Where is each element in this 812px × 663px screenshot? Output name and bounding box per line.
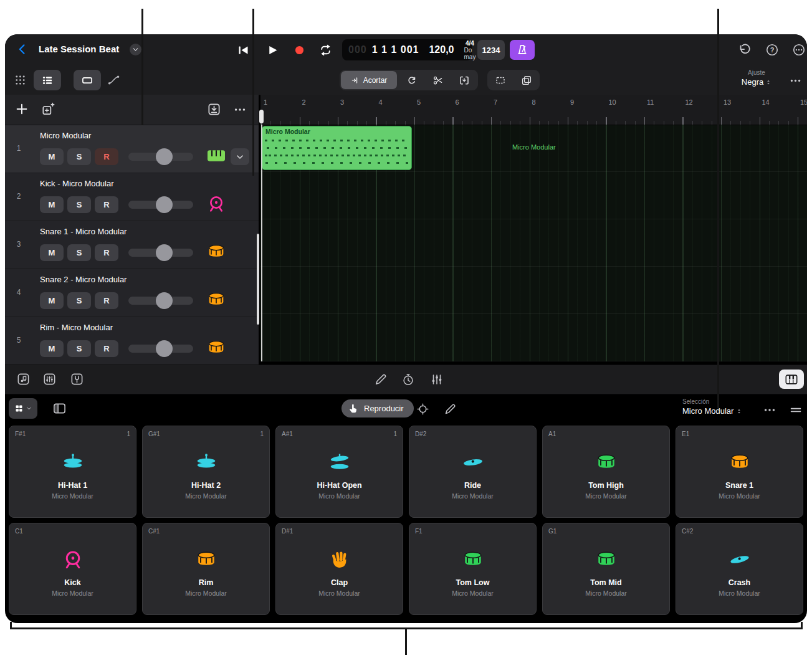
mixer-button[interactable] xyxy=(42,372,57,386)
play-button[interactable] xyxy=(266,44,279,57)
record-button[interactable] xyxy=(293,44,306,57)
count-in-button[interactable]: 1234 xyxy=(477,40,505,60)
back-icon[interactable] xyxy=(16,43,29,55)
volume-knob[interactable] xyxy=(156,148,173,165)
lcd-display[interactable]: 000 1 1 1 001 120,0 4/4 Do may xyxy=(342,39,472,60)
record-enable-button[interactable]: R xyxy=(95,340,118,357)
edit-button[interactable] xyxy=(374,373,388,386)
drum-pad[interactable]: G1 Tom Mid Micro Modular xyxy=(542,523,670,615)
record-enable-button[interactable]: R xyxy=(95,148,118,165)
go-to-beginning-button[interactable] xyxy=(237,44,250,57)
selection-menu[interactable]: Selección Micro Modular xyxy=(682,398,742,416)
more-options-button[interactable] xyxy=(792,43,806,57)
track-panel-more-button[interactable] xyxy=(233,103,247,117)
drum-pad[interactable]: F#1 1 Hi-Hat 1 Micro Modular xyxy=(9,426,136,518)
mute-button[interactable]: M xyxy=(40,244,64,261)
undo-button[interactable] xyxy=(738,43,752,57)
drum-pad[interactable]: A#1 1 Hi-Hat Open Micro Modular xyxy=(275,426,403,518)
track-row[interactable]: 2 Kick - Micro Modular M S R xyxy=(5,173,259,221)
project-title[interactable]: Late Session Beat xyxy=(39,44,119,54)
automation-view-button[interactable] xyxy=(107,74,120,87)
mute-button[interactable]: M xyxy=(40,292,64,309)
mute-button[interactable]: M xyxy=(40,340,64,357)
play-mode-button[interactable]: Reproducir xyxy=(342,399,414,417)
drum-pad[interactable]: E1 Snare 1 Micro Modular xyxy=(676,426,803,518)
timeline-grid[interactable]: Micro Modular Micro Modular xyxy=(260,125,807,361)
volume-slider[interactable] xyxy=(128,201,193,209)
project-menu-button[interactable] xyxy=(130,44,141,55)
solo-button[interactable]: S xyxy=(67,340,91,357)
duplicate-track-button[interactable] xyxy=(41,102,55,117)
ruler-bar-number: 5 xyxy=(417,98,421,106)
solo-button[interactable]: S xyxy=(67,244,91,261)
track-row[interactable]: 4 Snare 2 - Micro Modular M S R xyxy=(5,269,259,317)
volume-slider[interactable] xyxy=(128,345,193,353)
pad-note-label: A1 xyxy=(548,431,556,437)
panel-resize-handle[interactable] xyxy=(257,234,259,325)
record-enable-button[interactable]: R xyxy=(95,196,118,213)
drum-pad[interactable]: D#1 Clap Micro Modular xyxy=(275,523,403,615)
drum-pad[interactable]: D#2 Ride Micro Modular xyxy=(409,426,537,518)
drum-pad[interactable]: C1 Kick Micro Modular xyxy=(9,523,136,615)
regions-view-button[interactable] xyxy=(74,70,101,90)
mute-button[interactable]: M xyxy=(40,148,64,165)
channel-strip-button[interactable] xyxy=(430,373,444,386)
cycle-button[interactable] xyxy=(318,43,333,57)
toolbar-more-button[interactable] xyxy=(789,74,802,87)
volume-knob[interactable] xyxy=(156,340,173,357)
track-name: Kick - Micro Modular xyxy=(40,179,113,188)
time-button[interactable] xyxy=(401,373,415,386)
drum-pad[interactable]: F1 Tom Low Micro Modular xyxy=(409,523,537,615)
volume-slider[interactable] xyxy=(128,297,193,305)
join-tool-button[interactable] xyxy=(452,70,477,90)
volume-slider[interactable] xyxy=(128,153,193,161)
track-row[interactable]: 3 Snare 1 - Micro Modular M S R xyxy=(5,221,259,269)
track-row[interactable]: 5 Rim - Micro Modular M S R xyxy=(5,317,259,365)
midi-region[interactable]: Micro Modular xyxy=(262,126,412,170)
pad-subtitle: Micro Modular xyxy=(543,589,669,597)
pads-layout-view-button[interactable] xyxy=(14,74,27,87)
solo-button[interactable]: S xyxy=(67,196,91,213)
record-enable-button[interactable]: R xyxy=(95,244,118,261)
pads-more-button[interactable] xyxy=(763,403,776,417)
volume-knob[interactable] xyxy=(156,244,173,261)
pads-view-menu-button[interactable] xyxy=(9,398,37,419)
volume-knob[interactable] xyxy=(156,292,173,309)
loop-tool-button[interactable] xyxy=(399,70,424,90)
timeline-ruler[interactable]: 123456789101112131415 xyxy=(260,95,807,125)
drum-pad[interactable]: A1 Tom High Micro Modular xyxy=(542,426,670,518)
drum-pad[interactable]: G#1 1 Hi-Hat 2 Micro Modular xyxy=(142,426,270,518)
metronome-button[interactable] xyxy=(510,40,535,60)
lcd-position: 1 1 1 001 xyxy=(372,44,419,55)
add-track-button[interactable] xyxy=(15,102,29,116)
trim-tool-button[interactable]: Acortar xyxy=(341,71,397,89)
loops-browser-button[interactable] xyxy=(16,372,31,386)
plugins-button[interactable] xyxy=(70,372,84,386)
drum-pad[interactable]: C#2 Crash Micro Modular xyxy=(676,523,803,615)
split-tool-button[interactable] xyxy=(426,70,451,90)
pad-subtitle: Micro Modular xyxy=(676,492,803,500)
pad-badge: 1 xyxy=(260,431,264,437)
svg-text:?: ? xyxy=(770,46,775,54)
snap-selector[interactable]: Ajuste Negra xyxy=(733,69,780,87)
import-button[interactable] xyxy=(207,102,221,117)
sidebar-toggle-button[interactable] xyxy=(52,401,67,416)
edit-mode-button[interactable] xyxy=(444,403,457,416)
select-mode-button[interactable] xyxy=(416,403,429,416)
solo-button[interactable]: S xyxy=(67,148,91,165)
copy-tool-button[interactable] xyxy=(514,70,539,90)
record-enable-button[interactable]: R xyxy=(95,292,118,309)
play-surface-toggle-button[interactable] xyxy=(779,370,804,389)
playhead-handle[interactable] xyxy=(259,110,264,123)
marquee-tool-button[interactable] xyxy=(488,70,513,90)
mute-button[interactable]: M xyxy=(40,196,64,213)
track-row[interactable]: 1 Micro Modular M S R xyxy=(5,125,259,173)
track-disclosure-button[interactable] xyxy=(231,148,249,165)
resize-handle-icon[interactable] xyxy=(789,403,803,417)
volume-slider[interactable] xyxy=(128,249,193,257)
solo-button[interactable]: S xyxy=(67,292,91,309)
tracks-view-button[interactable] xyxy=(34,70,61,90)
help-button[interactable]: ? xyxy=(765,43,779,57)
volume-knob[interactable] xyxy=(156,196,173,213)
drum-pad[interactable]: C#1 Rim Micro Modular xyxy=(142,523,270,615)
